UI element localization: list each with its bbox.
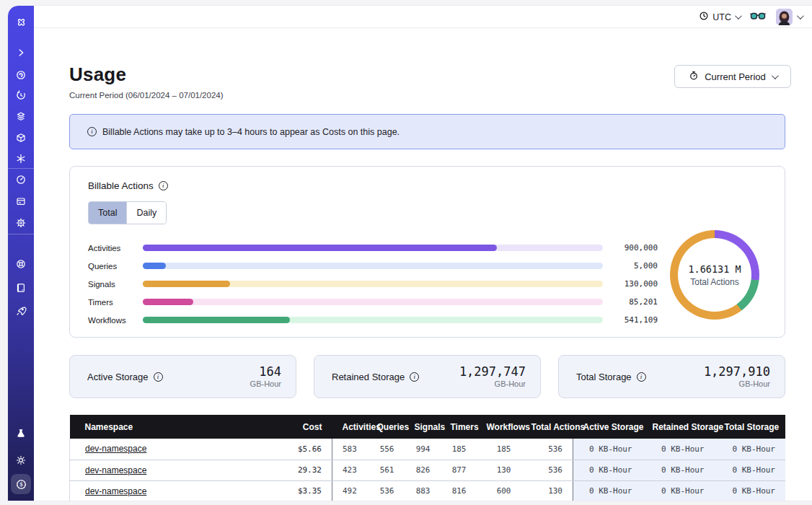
cell-workflows: 185 xyxy=(477,439,521,460)
cell-timers: 816 xyxy=(441,480,477,501)
info-icon[interactable]: i xyxy=(154,372,163,382)
bar-label: Activities xyxy=(88,244,143,252)
info-banner-text: Billable Actions may take up to 3–4 hour… xyxy=(102,127,400,137)
namespace-link[interactable]: dev-namespace xyxy=(85,486,146,496)
col-timers: Timers xyxy=(441,415,477,439)
info-icon[interactable]: i xyxy=(410,372,419,382)
namespace-link[interactable]: dev-namespace xyxy=(85,465,146,475)
retained-storage-unit: GB-Hour xyxy=(459,379,526,388)
namespace-link[interactable]: dev-namespace xyxy=(85,444,146,454)
bar-label: Signals xyxy=(88,280,143,289)
cell-retained-storage: 0 KB-Hour xyxy=(643,480,715,501)
sidebar-divider xyxy=(8,234,34,234)
cell-total-storage: 0 KB-Hour xyxy=(715,460,786,480)
temporal-logo-icon[interactable] xyxy=(8,15,34,31)
storage-summary-row: Active Storagei 164GB-Hour Retained Stor… xyxy=(69,355,785,398)
docs-book-icon[interactable] xyxy=(8,280,34,296)
active-storage-value: 164 xyxy=(250,365,281,379)
table-header-row: Namespace Cost Activities Queries Signal… xyxy=(70,415,786,439)
total-actions-value: 1.66131 M xyxy=(688,263,741,275)
user-menu[interactable] xyxy=(776,9,802,25)
billable-actions-bar-chart: Activities 900,000 Queries 5,000 Signals… xyxy=(88,239,658,329)
topbar: UTC xyxy=(34,6,812,28)
sidebar: $ xyxy=(8,6,34,501)
bar-row-queries: Queries 5,000 xyxy=(88,257,658,275)
schedules-clock-icon[interactable] xyxy=(8,87,34,103)
bar-fill xyxy=(143,317,290,323)
cell-queries: 536 xyxy=(367,480,405,501)
billing-card-icon[interactable] xyxy=(8,193,34,209)
cell-signals: 994 xyxy=(405,439,441,460)
billable-actions-title-text: Billable Actions xyxy=(88,180,154,191)
bar-value: 85,201 xyxy=(613,297,658,307)
bar-fill xyxy=(143,245,497,251)
cell-active-storage: 0 KB-Hour xyxy=(573,439,643,460)
nexus-icon[interactable] xyxy=(8,67,34,83)
sidebar-divider xyxy=(8,168,34,169)
col-workflows: Workflows xyxy=(477,415,521,439)
retained-storage-card: Retained Storagei 1,297,747GB-Hour xyxy=(314,355,541,398)
cell-queries: 556 xyxy=(367,439,405,460)
bar-track xyxy=(143,317,603,323)
total-storage-value: 1,297,910 xyxy=(704,365,770,379)
settings-gear-icon[interactable] xyxy=(8,215,34,231)
table-row: dev-namespace $5.66 583 556 994 185 185 … xyxy=(70,439,786,460)
cell-cost: $3.35 xyxy=(286,480,332,501)
cell-workflows: 600 xyxy=(477,480,521,501)
bar-fill xyxy=(143,263,166,269)
col-cost: Cost xyxy=(286,415,332,439)
cell-cost: 29.32 xyxy=(286,460,332,480)
col-active-storage: Active Storage xyxy=(573,415,643,439)
tab-daily[interactable]: Daily xyxy=(126,202,166,224)
period-selector-button[interactable]: Current Period xyxy=(674,65,791,88)
bar-fill xyxy=(143,281,230,287)
col-retained-storage: Retained Storage xyxy=(643,415,715,439)
donut-center-label: 1.66131 M Total Actions xyxy=(670,230,759,320)
bar-value: 130,000 xyxy=(613,279,658,289)
cell-cost: $5.66 xyxy=(286,439,332,460)
support-buoy-icon[interactable] xyxy=(8,256,34,272)
cell-total-actions: 536 xyxy=(521,439,573,460)
stopwatch-icon xyxy=(689,70,699,83)
info-banner: i Billable Actions may take up to 3–4 ho… xyxy=(69,114,785,149)
cell-timers: 877 xyxy=(441,460,477,480)
bar-track xyxy=(143,245,603,251)
table-row: dev-namespace $3.35 492 536 883 816 600 … xyxy=(70,480,786,501)
tab-total[interactable]: Total xyxy=(89,202,126,224)
lab-flask-icon[interactable] xyxy=(8,426,34,442)
glasses-icon[interactable] xyxy=(750,11,766,24)
cube-icon[interactable] xyxy=(8,130,34,146)
chevron-down-icon xyxy=(735,12,742,19)
avatar xyxy=(776,9,793,25)
total-storage-label: Total Storage xyxy=(576,372,632,382)
bar-value: 900,000 xyxy=(613,243,658,252)
bar-row-timers: Timers 85,201 xyxy=(88,293,658,311)
period-selector-label: Current Period xyxy=(705,71,766,82)
bar-track xyxy=(143,263,603,269)
pricing-coin-icon[interactable]: $ xyxy=(11,474,31,494)
total-actions-caption: Total Actions xyxy=(690,277,738,287)
active-storage-card: Active Storagei 164GB-Hour xyxy=(69,355,296,398)
page-title: Usage xyxy=(69,63,126,86)
theme-sun-icon[interactable] xyxy=(8,452,34,468)
rocket-icon[interactable] xyxy=(8,303,34,319)
retained-storage-label: Retained Storage xyxy=(332,372,405,382)
cell-total-actions: 536 xyxy=(521,460,573,480)
sidebar-expand-chevron-icon[interactable] xyxy=(8,45,34,61)
info-icon[interactable]: i xyxy=(637,372,646,382)
table-row: dev-namespace 29.32 423 561 826 877 130 … xyxy=(70,460,786,480)
timezone-selector[interactable]: UTC xyxy=(699,11,740,23)
cell-workflows: 130 xyxy=(477,460,521,480)
cell-signals: 826 xyxy=(405,460,441,480)
info-icon[interactable]: i xyxy=(159,181,168,190)
cell-total-actions: 130 xyxy=(521,480,573,501)
bar-row-signals: Signals 130,000 xyxy=(88,275,658,293)
page-subtitle: Current Period (06/01/2024 – 07/01/2024) xyxy=(69,91,224,100)
usage-gauge-icon[interactable] xyxy=(8,172,34,188)
svg-text:$: $ xyxy=(19,481,22,488)
asterisk-icon[interactable] xyxy=(8,151,34,167)
cell-active-storage: 0 KB-Hour xyxy=(573,480,643,501)
stack-layers-icon[interactable] xyxy=(8,108,34,124)
cell-total-storage: 0 KB-Hour xyxy=(715,439,786,460)
chevron-down-icon xyxy=(772,72,779,79)
